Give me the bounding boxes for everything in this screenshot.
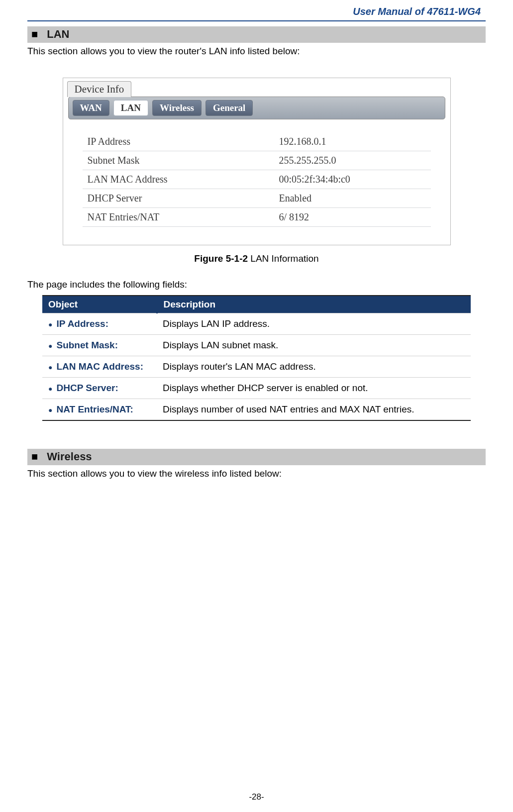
device-info-panel: Device Info WAN LAN Wireless General IP … bbox=[63, 78, 451, 245]
square-bullet-icon: ■ bbox=[31, 451, 38, 462]
object-label: NAT Entries/NAT: bbox=[56, 404, 133, 414]
table-row: ●NAT Entries/NAT: Displays number of use… bbox=[42, 399, 471, 420]
info-label: LAN MAC Address bbox=[83, 170, 274, 189]
table-row: ●DHCP Server: Displays whether DHCP serv… bbox=[42, 378, 471, 399]
header-description: Description bbox=[157, 296, 471, 313]
info-value: Enabled bbox=[274, 189, 431, 208]
bullet-icon: ● bbox=[48, 385, 52, 393]
info-label: DHCP Server bbox=[83, 189, 274, 208]
info-row: IP Address 192.168.0.1 bbox=[83, 132, 431, 151]
description-cell: Displays router's LAN MAC address. bbox=[157, 356, 471, 378]
info-label: Subnet Mask bbox=[83, 151, 274, 170]
object-cell: ●LAN MAC Address: bbox=[42, 356, 157, 378]
section-header-lan: ■ LAN bbox=[27, 26, 486, 43]
page-number: -28- bbox=[0, 792, 513, 802]
doc-header-title: User Manual of 47611-WG4 bbox=[27, 6, 481, 17]
bullet-icon: ● bbox=[48, 342, 52, 350]
device-info-tab-strip: WAN LAN Wireless General bbox=[68, 97, 445, 119]
description-cell: Displays LAN subnet mask. bbox=[157, 335, 471, 356]
info-value: 255.255.255.0 bbox=[274, 151, 431, 170]
figure-text: LAN Information bbox=[248, 253, 319, 264]
object-label: IP Address: bbox=[56, 318, 108, 329]
bullet-icon: ● bbox=[48, 406, 52, 414]
info-value: 6/ 8192 bbox=[274, 208, 431, 227]
header-rule bbox=[27, 20, 486, 21]
square-bullet-icon: ■ bbox=[31, 29, 38, 40]
object-cell: ●Subnet Mask: bbox=[42, 335, 157, 356]
tab-general[interactable]: General bbox=[205, 100, 253, 116]
info-value: 192.168.0.1 bbox=[274, 132, 431, 151]
figure-number: Figure 5-1-2 bbox=[194, 253, 248, 264]
description-table-wrapper: Object Description ●IP Address: Displays… bbox=[42, 295, 471, 421]
object-cell: ●IP Address: bbox=[42, 313, 157, 335]
tab-lan[interactable]: LAN bbox=[113, 100, 148, 116]
info-row: Subnet Mask 255.255.255.0 bbox=[83, 151, 431, 170]
description-cell: Displays whether DHCP server is enabled … bbox=[157, 378, 471, 399]
description-table: Object Description ●IP Address: Displays… bbox=[42, 296, 471, 420]
table-row: ●IP Address: Displays LAN IP address. bbox=[42, 313, 471, 335]
table-row: ●Subnet Mask: Displays LAN subnet mask. bbox=[42, 335, 471, 356]
info-row: DHCP Server Enabled bbox=[83, 189, 431, 208]
info-row: LAN MAC Address 00:05:2f:34:4b:c0 bbox=[83, 170, 431, 189]
info-value: 00:05:2f:34:4b:c0 bbox=[274, 170, 431, 189]
section-title: Wireless bbox=[47, 450, 92, 463]
object-label: Subnet Mask: bbox=[56, 340, 118, 350]
lan-intro-text: This section allows you to view the rout… bbox=[27, 46, 486, 57]
info-label: IP Address bbox=[83, 132, 274, 151]
description-cell: Displays LAN IP address. bbox=[157, 313, 471, 335]
section-header-wireless: ■ Wireless bbox=[27, 449, 486, 465]
info-row: NAT Entries/NAT 6/ 8192 bbox=[83, 208, 431, 227]
header-object: Object bbox=[42, 296, 157, 313]
info-label: NAT Entries/NAT bbox=[83, 208, 274, 227]
wireless-intro-text: This section allows you to view the wire… bbox=[27, 468, 486, 479]
fields-intro-text: The page includes the following fields: bbox=[27, 279, 486, 290]
table-row: ●LAN MAC Address: Displays router's LAN … bbox=[42, 356, 471, 378]
object-label: LAN MAC Address: bbox=[56, 361, 143, 372]
section-title: LAN bbox=[47, 28, 69, 41]
lan-info-grid: IP Address 192.168.0.1 Subnet Mask 255.2… bbox=[83, 132, 431, 227]
table-header-row: Object Description bbox=[42, 296, 471, 313]
device-info-tab-label: Device Info bbox=[67, 81, 132, 97]
tab-wan[interactable]: WAN bbox=[73, 100, 109, 116]
description-cell: Displays number of used NAT entries and … bbox=[157, 399, 471, 420]
bullet-icon: ● bbox=[48, 320, 52, 328]
figure-caption: Figure 5-1-2 LAN Information bbox=[27, 253, 486, 264]
object-cell: ●NAT Entries/NAT: bbox=[42, 399, 157, 420]
tab-wireless[interactable]: Wireless bbox=[152, 100, 202, 116]
object-cell: ●DHCP Server: bbox=[42, 378, 157, 399]
bullet-icon: ● bbox=[48, 363, 52, 371]
object-label: DHCP Server: bbox=[56, 383, 118, 393]
